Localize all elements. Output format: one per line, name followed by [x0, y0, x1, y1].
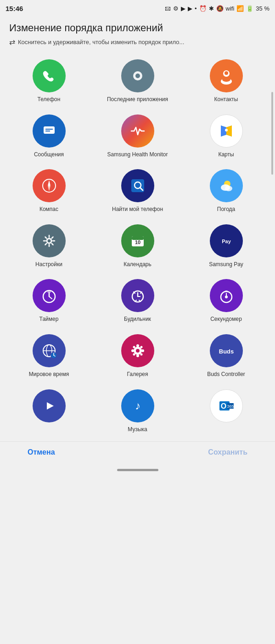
battery-level: 35 %: [256, 5, 269, 12]
header-hint: ⇄ Коснитесь и удерживайте, чтобы изменит…: [9, 38, 266, 46]
status-bar: 15:46 🖂 ⚙ ▶ ▶ • ⏰ ✱ 🔕 wifi 📶 🔋 35 %: [0, 0, 275, 17]
alarm-icon: [121, 279, 154, 312]
compass-label: Компас: [39, 206, 58, 213]
messages-label: Сообщения: [34, 151, 64, 159]
svg-point-56: [133, 353, 135, 355]
app-timer[interactable]: Таймер: [5, 273, 93, 328]
settings-icon: [33, 224, 66, 257]
worldtime-svg: [40, 342, 58, 360]
findphone-icon: [121, 169, 154, 202]
app-health[interactable]: Samsung Health Monitor: [93, 108, 182, 163]
health-label: Samsung Health Monitor: [107, 151, 168, 159]
app-stopwatch[interactable]: Секундомер: [182, 273, 270, 328]
samsungpay-icon: Pay: [210, 224, 243, 257]
messages-icon: [33, 114, 66, 148]
outlook-svg: O 365: [217, 397, 236, 415]
app-contacts[interactable]: Контакты: [182, 53, 270, 108]
recent-svg: [129, 67, 147, 85]
contacts-label: Контакты: [214, 96, 238, 103]
apps-grid: Телефон Последние приложения Контакты: [0, 48, 275, 438]
status-time: 15:46: [6, 5, 23, 12]
dot-icon: •: [195, 5, 197, 12]
app-compass[interactable]: Компас: [5, 163, 93, 218]
scroll-indicator[interactable]: [271, 92, 273, 175]
app-settings[interactable]: Настройки: [5, 218, 93, 273]
app-phone[interactable]: Телефон: [5, 53, 93, 108]
svg-rect-38: [225, 291, 228, 292]
app-alarm[interactable]: Будильник: [93, 273, 182, 328]
compass-svg: [40, 177, 58, 195]
youtube2-icon: ▶: [188, 5, 192, 12]
app-recent[interactable]: Последние приложения: [93, 53, 182, 108]
svg-point-1: [135, 74, 140, 78]
settings-status-icon: ⚙: [173, 5, 179, 12]
signal-icon: 📶: [236, 5, 244, 12]
app-maps[interactable]: Карты: [182, 108, 270, 163]
timer-icon: [33, 279, 66, 312]
app-video[interactable]: [5, 383, 93, 438]
contacts-svg: [217, 67, 236, 85]
calendar-svg: 10: [129, 232, 147, 250]
app-findphone[interactable]: Найти мой телефон: [93, 163, 182, 218]
svg-point-50: [136, 344, 139, 347]
maps-label: Карты: [218, 151, 234, 159]
app-worldtime[interactable]: Мировое время: [5, 328, 93, 383]
battery-icon: 🔋: [246, 5, 253, 12]
stopwatch-svg: [217, 286, 236, 305]
bluetooth-icon: ✱: [209, 5, 214, 12]
page-title: Изменение порядка приложений: [9, 22, 266, 34]
svg-point-52: [131, 349, 134, 352]
alarm-label: Будильник: [124, 316, 151, 323]
status-icons: 🖂 ⚙ ▶ ▶ • ⏰ ✱ 🔕 wifi 📶 🔋 35 %: [165, 5, 269, 12]
weather-icon: [210, 169, 243, 202]
messages-svg: [40, 122, 58, 140]
nav-pill: [117, 469, 158, 471]
timer-svg: [40, 286, 58, 305]
outlook-icon: O 365: [210, 389, 243, 422]
app-buds[interactable]: Buds Buds Controller: [182, 328, 270, 383]
calendar-label: Календарь: [123, 261, 152, 268]
phone-svg: [40, 67, 58, 85]
app-gallery[interactable]: Галерея: [93, 328, 182, 383]
gallery-label: Галерея: [127, 371, 148, 378]
recent-icon: [121, 59, 154, 92]
maps-icon: [210, 114, 243, 148]
svg-text:10: 10: [135, 239, 140, 245]
svg-point-57: [140, 353, 142, 355]
buds-svg: Buds: [217, 342, 236, 360]
page-header: Изменение порядка приложений ⇄ Коснитесь…: [0, 17, 275, 48]
gallery-icon: [121, 334, 154, 367]
mute-icon: 🔕: [216, 5, 224, 12]
drag-icon: ⇄: [9, 38, 15, 46]
phone-icon: [33, 59, 66, 92]
nav-bar: [0, 463, 275, 477]
app-weather[interactable]: Погода: [182, 163, 270, 218]
app-outlook[interactable]: O 365: [182, 383, 270, 438]
svg-point-4: [224, 71, 228, 75]
svg-point-23: [47, 239, 51, 243]
wifi-icon: wifi: [226, 5, 235, 12]
settings-svg: [40, 232, 58, 250]
svg-text:Pay: Pay: [222, 239, 231, 244]
worldtime-label: Мировое время: [29, 371, 69, 378]
app-messages[interactable]: Сообщения: [5, 108, 93, 163]
health-icon: [121, 114, 154, 148]
save-button[interactable]: Сохранить: [208, 448, 247, 456]
music-label: Музыка: [128, 426, 147, 433]
worldtime-icon: [33, 334, 66, 367]
app-samsungpay[interactable]: Pay Samsung Pay: [182, 218, 270, 273]
svg-text:Buds: Buds: [219, 348, 234, 355]
video-icon: [33, 389, 66, 422]
svg-point-16: [48, 185, 50, 187]
recent-label: Последние приложения: [107, 96, 168, 103]
hint-text: Коснитесь и удерживайте, чтобы изменить …: [18, 39, 184, 46]
app-music[interactable]: ♪ Музыка: [93, 383, 182, 438]
app-calendar[interactable]: 10 Календарь: [93, 218, 182, 273]
compass-icon: [33, 169, 66, 202]
findphone-svg: [129, 177, 147, 195]
maps-svg: [217, 122, 236, 140]
svg-point-49: [136, 349, 140, 353]
samsungpay-label: Samsung Pay: [209, 261, 243, 268]
cancel-button[interactable]: Отмена: [28, 448, 55, 456]
svg-rect-6: [44, 126, 55, 134]
